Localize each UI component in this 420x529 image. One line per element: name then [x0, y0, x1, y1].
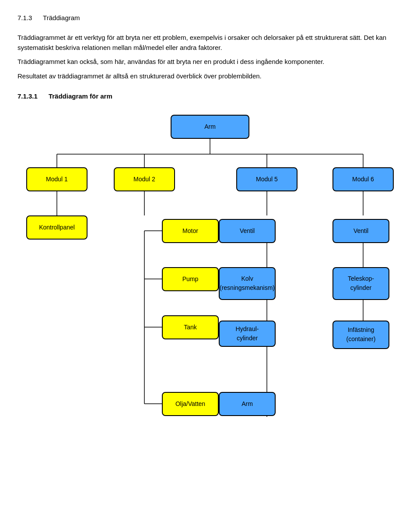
node-kolv: Kolv (resningsmekanism)	[219, 267, 276, 300]
node-hydraulcylinder: Hydraul- cylinder	[219, 321, 276, 347]
node-infastning: Infästning (container)	[332, 321, 389, 349]
paragraph-1: Träddiagrammet är ett verktyg för att br…	[18, 33, 402, 53]
subsection-heading: 7.1.3.1 Träddiagram för arm	[18, 92, 402, 102]
node-teleskopcylinder: Teleskop- cylinder	[332, 267, 389, 300]
node-ventil-col4: Ventil	[332, 219, 389, 243]
subsection-number: 7.1.3.1	[18, 92, 38, 100]
section-number: 7.1.3	[18, 14, 32, 21]
node-ventil-col3: Ventil	[219, 219, 276, 243]
node-modul1: Modul 1	[26, 167, 88, 191]
section-heading: 7.1.3 Träddiagram	[18, 13, 402, 23]
node-kontrollpanel: Kontrollpanel	[26, 215, 88, 240]
node-arm-bottom: Arm	[219, 392, 276, 416]
node-modul2: Modul 2	[114, 167, 175, 191]
node-modul6: Modul 6	[332, 167, 394, 191]
section-title: Träddiagram	[43, 14, 80, 21]
node-motor: Motor	[162, 219, 219, 243]
node-tank: Tank	[162, 315, 219, 339]
node-modul5: Modul 5	[236, 167, 298, 191]
paragraph-2: Träddiagrammet kan också, som här, använ…	[18, 57, 402, 67]
node-olja-vatten: Olja/Vatten	[162, 392, 219, 416]
node-root: Arm	[171, 115, 249, 139]
subsection-title-text: Träddiagram för arm	[49, 92, 112, 100]
paragraph-3: Resultatet av träddiagrammet är alltså e…	[18, 71, 402, 81]
node-pump: Pump	[162, 267, 219, 291]
